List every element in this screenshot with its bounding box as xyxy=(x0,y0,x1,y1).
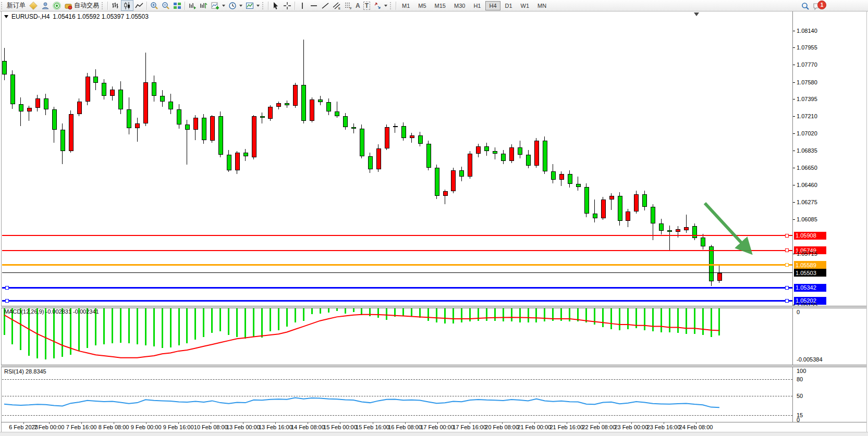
timeframe-m30-button[interactable]: M30 xyxy=(450,1,469,10)
new-chart-button[interactable] xyxy=(27,1,40,10)
candle-body xyxy=(526,155,531,166)
text-tool-button[interactable]: A xyxy=(354,1,362,10)
templates-button[interactable] xyxy=(244,1,261,10)
chart-menu-icon[interactable] xyxy=(4,15,8,18)
macd-histogram-bar xyxy=(677,308,679,333)
toolbar-grip[interactable] xyxy=(1,2,4,9)
macd-histogram-bar xyxy=(45,308,46,359)
indicators-button[interactable] xyxy=(210,1,227,10)
macd-scale-label: -0.005384 xyxy=(797,356,823,363)
price-tick-label: 1.07580 xyxy=(797,79,817,85)
candle-body xyxy=(551,171,556,180)
candlestick-chart-button[interactable] xyxy=(121,0,133,11)
auto-scroll-button[interactable] xyxy=(187,1,198,10)
timeframe-d1-button[interactable]: D1 xyxy=(502,1,516,10)
timeframe-mn-button[interactable]: MN xyxy=(534,1,550,10)
macd-histogram-bar xyxy=(270,308,271,331)
time-axis-label: 16 Feb 08:00 xyxy=(388,424,422,430)
level-line[interactable] xyxy=(2,264,792,266)
signal-icon xyxy=(53,2,61,10)
line-handle[interactable] xyxy=(785,286,789,290)
horizontal-line-button[interactable] xyxy=(308,1,320,10)
time-axis-border xyxy=(1,422,866,422)
cursor-icon xyxy=(272,2,280,10)
signals-button[interactable] xyxy=(51,1,63,10)
new-order-button[interactable]: 新订单 xyxy=(5,1,27,10)
price-tick-mark xyxy=(793,254,795,254)
candle-body xyxy=(276,103,281,107)
profile-button[interactable] xyxy=(40,1,51,10)
gold-diamond-icon xyxy=(29,2,38,10)
time-axis-label: 22 Feb 08:00 xyxy=(582,424,616,430)
line-handle[interactable] xyxy=(5,286,9,290)
fibonacci-button[interactable]: F xyxy=(343,1,354,10)
macd-histogram-bar xyxy=(718,308,720,335)
notification-badge[interactable]: 1 xyxy=(817,1,826,9)
macd-histogram-bar xyxy=(644,308,645,330)
line-handle[interactable] xyxy=(785,299,789,303)
bid-price-line[interactable] xyxy=(2,272,792,273)
level-line[interactable] xyxy=(2,287,792,289)
zoom-out-button[interactable] xyxy=(160,1,172,10)
macd-histogram-bar xyxy=(560,308,562,321)
candle-body xyxy=(684,227,689,230)
candle-body xyxy=(518,147,522,155)
crosshair-button[interactable] xyxy=(282,1,293,10)
macd-histogram-bar xyxy=(112,308,113,343)
cursor-button[interactable] xyxy=(270,1,282,10)
timeframe-h4-button[interactable]: H4 xyxy=(485,1,500,10)
level-line[interactable] xyxy=(2,300,792,302)
price-tick-label: 1.06275 xyxy=(797,199,817,205)
candle-body xyxy=(77,102,82,115)
timeframe-m5-button[interactable]: M5 xyxy=(414,1,430,10)
trendline-button[interactable] xyxy=(320,1,331,10)
candle-body xyxy=(584,187,589,214)
toolbar-grip[interactable] xyxy=(390,2,393,9)
toolbar-grip[interactable] xyxy=(262,2,265,9)
candle-body xyxy=(376,148,381,170)
candle-body xyxy=(102,83,106,96)
pane-separator-macd[interactable] xyxy=(1,306,866,308)
search-icon xyxy=(801,2,810,10)
line-handle[interactable] xyxy=(785,234,789,238)
level-line[interactable] xyxy=(2,235,792,236)
auto-trading-button[interactable]: 自动交易 xyxy=(63,1,101,10)
level-line[interactable] xyxy=(2,250,792,251)
rsi-scale-label: 80 xyxy=(797,376,803,382)
time-axis-label: 7 Feb 16:00 xyxy=(66,424,97,430)
text-label-button[interactable]: T xyxy=(362,1,372,10)
candle-body xyxy=(476,146,481,154)
timeframe-m15-button[interactable]: M15 xyxy=(431,1,449,10)
search-button[interactable] xyxy=(800,1,811,11)
toolbar-grip[interactable] xyxy=(102,2,105,9)
line-handle[interactable] xyxy=(785,263,789,267)
time-axis-label: 20 Feb 08:00 xyxy=(485,424,519,430)
ohlc-bars-icon xyxy=(111,2,119,10)
periods-button[interactable] xyxy=(227,1,244,10)
macd-histogram-bar xyxy=(635,308,637,328)
candle-body xyxy=(601,200,606,218)
line-handle[interactable] xyxy=(5,299,9,303)
zoom-in-button[interactable] xyxy=(149,1,160,10)
time-axis-label: 17 Feb 00:00 xyxy=(420,424,454,430)
timeframe-h1-button[interactable]: H1 xyxy=(470,1,484,10)
tile-windows-button[interactable] xyxy=(172,1,183,10)
line-handle[interactable] xyxy=(785,248,789,252)
timeframe-m1-button[interactable]: M1 xyxy=(398,1,413,10)
vertical-line-button[interactable] xyxy=(297,1,308,10)
pane-separator-rsi[interactable] xyxy=(1,365,866,367)
candle-body xyxy=(609,196,614,200)
macd-scale-label: 0 xyxy=(797,309,800,315)
svg-text:E: E xyxy=(338,7,340,10)
equidistant-channel-button[interactable]: E xyxy=(331,1,343,10)
chart-shift-button[interactable] xyxy=(198,1,210,10)
trendline-icon xyxy=(321,2,329,10)
bar-chart-button[interactable] xyxy=(109,1,121,10)
arrows-tool-button[interactable] xyxy=(372,1,389,10)
line-chart-button[interactable] xyxy=(133,1,145,10)
chart-shift-marker[interactable] xyxy=(694,13,699,16)
macd-histogram-bar xyxy=(178,308,180,345)
rsi-level-line xyxy=(2,396,792,396)
macd-main-value: -0.002831 xyxy=(45,308,71,315)
timeframe-w1-button[interactable]: W1 xyxy=(517,1,533,10)
